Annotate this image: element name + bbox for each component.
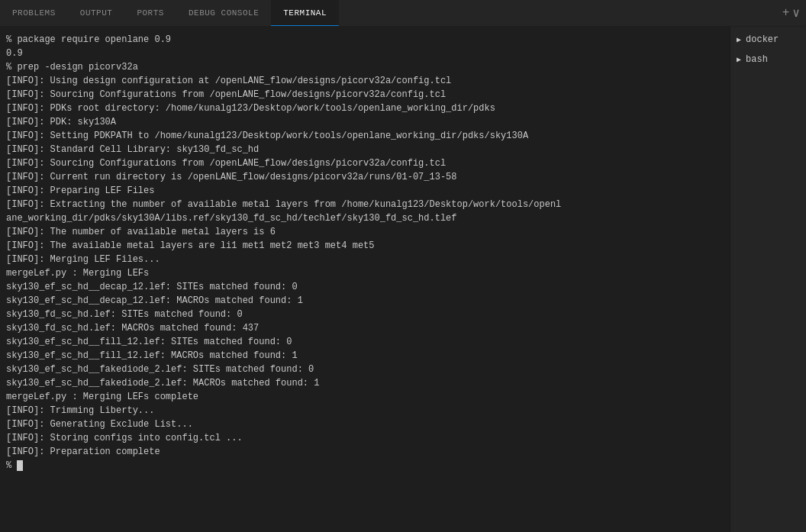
terminal-line: sky130_ef_sc_hd__fakediode_2.lef: MACROs… <box>6 376 724 390</box>
tab-bar: PROBLEMS OUTPUT PORTS DEBUG CONSOLE TERM… <box>0 0 806 27</box>
sidebar-item-docker[interactable]: ▶ docker <box>730 30 806 50</box>
terminal-line: [INFO]: Storing configs into config.tcl … <box>6 431 724 445</box>
sidebar-item-bash[interactable]: ▶ bash <box>730 50 806 69</box>
terminal-line: [INFO]: Current run directory is /openLA… <box>6 170 724 184</box>
plus-icon[interactable]: + <box>782 6 790 20</box>
main-content: % package require openlane 0.90.9% prep … <box>0 27 806 532</box>
terminal-line: [INFO]: The available metal layers are l… <box>6 239 724 253</box>
tab-ports[interactable]: PORTS <box>124 0 176 26</box>
terminal-line: sky130_ef_sc_hd__fill_12.lef: MACROs mat… <box>6 349 724 363</box>
terminal-line: [INFO]: Preparation complete <box>6 445 724 459</box>
terminal-line: sky130_ef_sc_hd__decap_12.lef: MACROs ma… <box>6 294 724 308</box>
terminal-line: sky130_ef_sc_hd__decap_12.lef: SITEs mat… <box>6 280 724 294</box>
terminal-line: [INFO]: Sourcing Configurations from /op… <box>6 88 724 102</box>
terminal-line: [INFO]: Preparing LEF Files <box>6 184 724 198</box>
terminal-line: [INFO]: The number of available metal la… <box>6 225 724 239</box>
terminal-line: [INFO]: Trimming Liberty... <box>6 404 724 418</box>
terminal-line: [INFO]: Setting PDKPATH to /home/kunalg1… <box>6 129 724 143</box>
terminal-line: [INFO]: PDK: sky130A <box>6 115 724 129</box>
terminal-line: sky130_fd_sc_hd.lef: MACROs matched foun… <box>6 321 724 335</box>
terminal-line: [INFO]: PDKs root directory: /home/kunal… <box>6 102 724 115</box>
terminal-line: % package require openlane 0.9 <box>6 33 724 47</box>
terminal-line: sky130_fd_sc_hd.lef: SITEs matched found… <box>6 308 724 321</box>
terminal-line: [INFO]: Sourcing Configurations from /op… <box>6 156 724 170</box>
terminal-line: [INFO]: Using design configuration at /o… <box>6 74 724 88</box>
tab-debug-console[interactable]: DEBUG CONSOLE <box>176 0 271 26</box>
arrow-icon-bash: ▶ <box>737 55 741 64</box>
terminal-line: [INFO]: Generating Exclude List... <box>6 418 724 431</box>
terminal-cursor <box>17 460 23 471</box>
terminal-line: % prep -design picorv32a <box>6 60 724 74</box>
terminal-line: sky130_ef_sc_hd__fill_12.lef: SITEs matc… <box>6 335 724 349</box>
terminal-line: [INFO]: Extracting the number of availab… <box>6 198 724 225</box>
terminal-line: [INFO]: Standard Cell Library: sky130_fd… <box>6 143 724 156</box>
tab-new-terminal-area[interactable]: + ∨ <box>776 5 806 21</box>
tab-problems[interactable]: PROBLEMS <box>0 0 68 26</box>
terminal-line: sky130_ef_sc_hd__fakediode_2.lef: SITEs … <box>6 363 724 376</box>
terminal-line: [INFO]: Merging LEF Files... <box>6 253 724 266</box>
terminal-line: mergeLef.py : Merging LEFs complete <box>6 390 724 404</box>
terminal-line: 0.9 <box>6 47 724 60</box>
tab-terminal[interactable]: TERMINAL <box>271 0 339 26</box>
arrow-icon: ▶ <box>737 35 741 44</box>
terminal-line: mergeLef.py : Merging LEFs <box>6 266 724 280</box>
terminal-panel[interactable]: % package require openlane 0.90.9% prep … <box>0 27 730 532</box>
terminal-prompt[interactable]: % <box>6 459 724 472</box>
bash-label: bash <box>746 54 768 65</box>
terminal-sidebar: ▶ docker ▶ bash <box>730 27 806 532</box>
tab-output[interactable]: OUTPUT <box>68 0 125 26</box>
chevron-down-icon[interactable]: ∨ <box>792 5 800 21</box>
docker-label: docker <box>746 34 779 45</box>
